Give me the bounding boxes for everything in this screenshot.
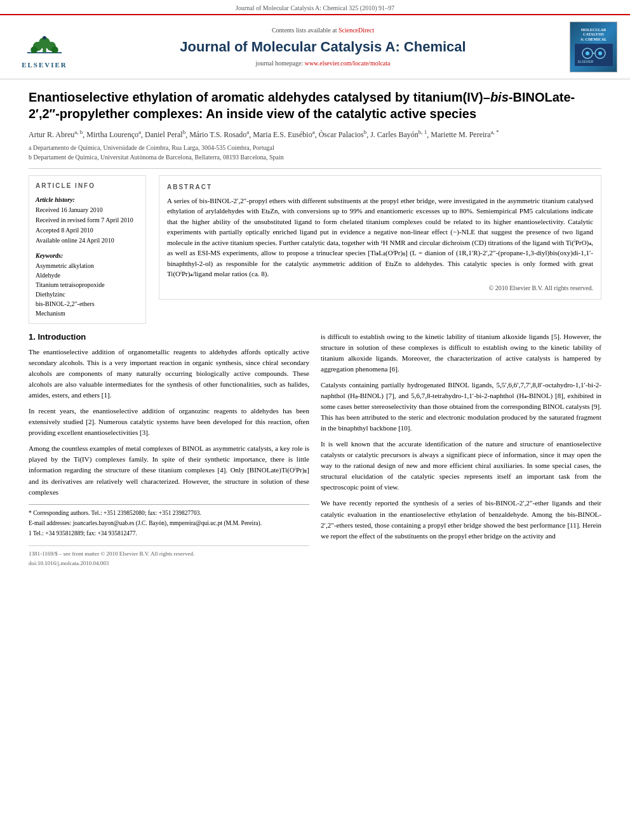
article-info-label: ARTICLE INFO	[36, 181, 139, 191]
accepted-date: Accepted 8 April 2010	[36, 225, 139, 236]
article-title: Enantioselective ethylation of aromatic …	[29, 89, 601, 122]
journal-title: Journal of Molecular Catalysis A: Chemic…	[83, 37, 563, 57]
svg-point-7	[43, 36, 46, 39]
abstract-label: ABSTRACT	[167, 182, 593, 192]
received-revised-date: Received in revised form 7 April 2010	[36, 215, 139, 225]
abstract-box: ABSTRACT A series of bis-BINOL-2′,2″-pro…	[159, 175, 601, 300]
divider-1	[29, 168, 601, 169]
contents-label: Contents lists available at	[272, 27, 337, 34]
header-section: ELSEVIER Contents lists available at Sci…	[0, 14, 630, 79]
footnote-corresponding: * Corresponding authors. Tel.: +351 2398…	[29, 509, 309, 517]
issn-text: 1381-1169/$ – see front matter © 2010 El…	[29, 550, 194, 558]
footnote-tel: 1 Tel.: +34 935812889; fax: +34 93581247…	[29, 529, 309, 538]
intro-para-1: The enantioselective addition of organom…	[29, 347, 309, 401]
journal-url[interactable]: www.elsevier.com/locate/molcata	[305, 60, 391, 67]
article-content: Enantioselective ethylation of aromatic …	[0, 79, 630, 577]
footnotes-section: * Corresponding authors. Tel.: +351 2398…	[29, 504, 309, 538]
body-right-col: is difficult to establish owing to the k…	[321, 331, 601, 568]
intro-para-3: Among the countless examples of metal co…	[29, 443, 309, 497]
elsevier-tree-icon	[25, 35, 64, 59]
abstract-col: ABSTRACT A series of bis-BINOL-2′,2″-pro…	[159, 175, 601, 324]
kw-3: Titanium tetraisopropoxide	[36, 280, 139, 290]
cover-graphic: ELSEVIER	[575, 44, 613, 66]
svg-text:ELSEVIER: ELSEVIER	[578, 60, 594, 63]
homepage-label: journal homepage:	[255, 60, 303, 67]
svg-point-5	[30, 46, 37, 53]
contents-line: Contents lists available at ScienceDirec…	[83, 26, 563, 35]
header-center: Contents lists available at ScienceDirec…	[83, 22, 563, 72]
elsevier-logo	[16, 24, 73, 59]
affiliations: a Departamento de Química, Universidade …	[29, 143, 601, 162]
article-info-col: ARTICLE INFO Article history: Received 1…	[29, 175, 146, 324]
article-info-box: ARTICLE INFO Article history: Received 1…	[29, 175, 146, 324]
page-wrapper: Journal of Molecular Catalysis A: Chemic…	[0, 0, 630, 840]
kw-5: bis-BINOL-2,2″-ethers	[36, 299, 139, 309]
footnote-email: E-mail addresses: joancarles.bayon@uab.e…	[29, 519, 309, 528]
kw-1: Asymmetric alkylation	[36, 261, 139, 270]
available-date: Available online 24 April 2010	[36, 236, 139, 246]
doi-text: doi:10.1016/j.molcata.2010.04.003	[29, 558, 309, 568]
right-para-3: It is well known that the accurate ident…	[321, 439, 601, 493]
authors-line: Artur R. Abreua, b, Mirtha Lourençoa, Da…	[29, 128, 601, 140]
svg-point-6	[51, 46, 58, 53]
keywords-section: Keywords: Asymmetric alkylation Aldehyde…	[36, 251, 139, 318]
received-date: Received 16 January 2010	[36, 205, 139, 215]
journal-bar: Journal of Molecular Catalysis A: Chemic…	[0, 0, 630, 14]
intro-para-2: In recent years, the enantioselective ad…	[29, 406, 309, 438]
svg-point-13	[598, 51, 602, 55]
body-left-col: 1. Introduction The enantioselective add…	[29, 331, 309, 568]
affil-b: b Departament de Química, Universitat Au…	[29, 152, 601, 162]
info-abstract-row: ARTICLE INFO Article history: Received 1…	[29, 175, 601, 324]
sciencedirect-link[interactable]: ScienceDirect	[338, 27, 374, 34]
journal-citation: Journal of Molecular Catalysis A: Chemic…	[236, 4, 394, 11]
kw-4: Diethylzinc	[36, 290, 139, 299]
journal-homepage: journal homepage: www.elsevier.com/locat…	[83, 59, 563, 68]
abstract-text: A series of bis-BINOL-2′,2″-propyl ether…	[167, 196, 593, 279]
right-para-4: We have recently reported the synthesis …	[321, 498, 601, 541]
kw-6: Mechanism	[36, 309, 139, 318]
copyright-line: © 2010 Elsevier B.V. All rights reserved…	[167, 283, 593, 293]
right-para-2: Catalysts containing partially hydrogena…	[321, 380, 601, 434]
intro-heading: 1. Introduction	[29, 331, 309, 343]
body-two-col: 1. Introduction The enantioselective add…	[29, 331, 601, 568]
right-para-1: is difficult to establish owing to the k…	[321, 331, 601, 375]
elsevier-text: ELSEVIER	[22, 60, 67, 70]
affil-a: a Departamento de Química, Universidade …	[29, 143, 601, 152]
kw-2: Aldehyde	[36, 270, 139, 280]
svg-point-12	[586, 51, 589, 55]
elsevier-logo-block: ELSEVIER	[13, 22, 76, 72]
journal-cover-image: MOLECULARCATALYSISA: CHEMICAL ELSEVIER	[570, 22, 617, 72]
bottom-bar: 1381-1169/$ – see front matter © 2010 El…	[29, 545, 309, 558]
history-label: Article history:	[36, 195, 139, 205]
keywords-label: Keywords:	[36, 251, 139, 261]
